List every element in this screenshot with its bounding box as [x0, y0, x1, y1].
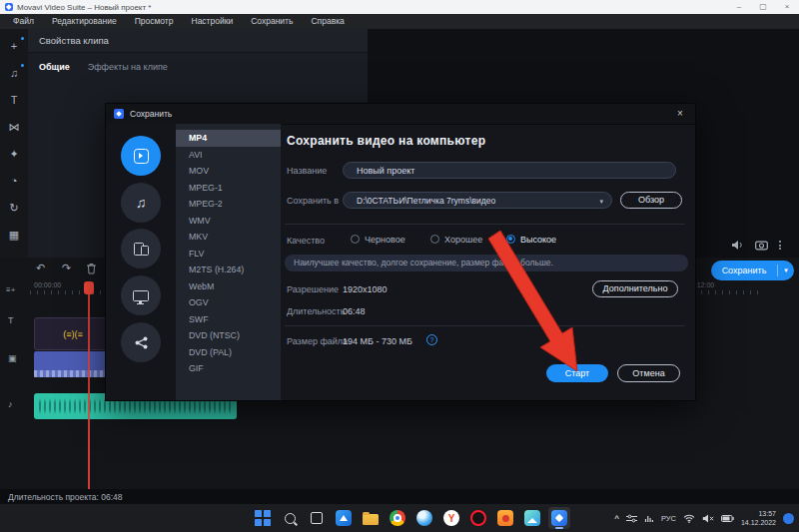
- movavi-taskbar-button[interactable]: [548, 507, 570, 529]
- audio-tool-icon[interactable]: ♫: [6, 65, 22, 81]
- destination-video-button[interactable]: [121, 136, 161, 176]
- titles-icon[interactable]: T: [6, 92, 22, 108]
- chevron-down-icon[interactable]: ▾: [599, 193, 603, 210]
- minimize-button[interactable]: –: [727, 0, 751, 14]
- format-option-mpeg1[interactable]: MPEG-1: [176, 180, 281, 197]
- format-option-webm[interactable]: WebM: [176, 278, 281, 295]
- format-option-mov[interactable]: MOV: [176, 163, 281, 180]
- export-save-button[interactable]: Сохранить ▾: [711, 261, 794, 280]
- menu-edit[interactable]: Редактирование: [43, 14, 126, 29]
- search-icon: [285, 513, 296, 524]
- start-button[interactable]: [252, 507, 274, 529]
- title-clip[interactable]: (≡)(≡: [34, 317, 112, 350]
- add-track-icon[interactable]: ≡+: [6, 285, 15, 294]
- save-to-path: D:\0СТАТЬИ\Петличка 7ryms\видео: [357, 196, 495, 206]
- opera-button[interactable]: [467, 507, 489, 529]
- format-option-wmv[interactable]: WMV: [176, 213, 281, 230]
- divider: [285, 224, 685, 225]
- resolution-value: 1920x1080: [343, 284, 388, 294]
- quality-draft-radio[interactable]: Черновое: [351, 234, 405, 245]
- rotate-icon[interactable]: ↻: [6, 200, 22, 216]
- advanced-button[interactable]: Дополнительно: [592, 280, 678, 297]
- file-size-value: 194 МБ - 730 МБ: [343, 336, 412, 346]
- help-icon[interactable]: ?: [426, 334, 437, 345]
- transitions-icon[interactable]: ⋈: [6, 119, 22, 135]
- effects-icon[interactable]: ✦: [6, 146, 22, 162]
- wifi-icon[interactable]: [683, 514, 695, 523]
- tray-date: 14.12.2022: [741, 519, 776, 526]
- chevron-down-icon[interactable]: ▾: [778, 266, 794, 274]
- photos-app-button[interactable]: [521, 507, 543, 529]
- audio-track-icon[interactable]: ♪: [8, 399, 13, 409]
- menu-settings[interactable]: Настройки: [183, 14, 243, 29]
- format-option-flv[interactable]: FLV: [176, 246, 281, 263]
- destination-tv-button[interactable]: [121, 275, 161, 315]
- format-option-dvd-ntsc[interactable]: DVD (NTSC): [176, 327, 281, 344]
- settings-sliders-icon[interactable]: [626, 514, 637, 523]
- format-option-dvd-pal[interactable]: DVD (PAL): [176, 344, 281, 361]
- notification-badge[interactable]: [783, 513, 794, 524]
- destination-audio-button[interactable]: ♫: [121, 183, 161, 223]
- chrome-button[interactable]: [387, 507, 408, 529]
- menu-save[interactable]: Сохранить: [242, 14, 302, 29]
- yandex-button[interactable]: Y: [440, 507, 462, 529]
- maximize-button[interactable]: ▢: [751, 0, 775, 14]
- format-option-avi[interactable]: AVI: [176, 147, 281, 164]
- undo-icon[interactable]: ↶: [36, 262, 45, 273]
- quality-hint: Наилучшее качество, долгое сохранение, р…: [285, 255, 688, 271]
- orange-app-icon: [497, 510, 513, 526]
- quality-good-radio[interactable]: Хорошее: [430, 234, 482, 245]
- battery-icon[interactable]: [721, 515, 734, 522]
- resolution-label: Разрешение: [287, 284, 339, 294]
- store-app-button[interactable]: [333, 507, 355, 529]
- task-view-button[interactable]: [306, 507, 328, 529]
- devices-icon: [133, 243, 149, 256]
- browser-button[interactable]: [413, 507, 435, 529]
- name-label: Название: [287, 166, 327, 176]
- menu-view[interactable]: Просмотр: [126, 14, 183, 29]
- speed-icon[interactable]: ◔: [6, 173, 22, 189]
- volume-icon[interactable]: [731, 240, 744, 251]
- cancel-button[interactable]: Отмена: [617, 364, 680, 382]
- tab-clip-effects[interactable]: Эффекты на клипе: [88, 62, 168, 72]
- dialog-close-icon[interactable]: ×: [665, 104, 695, 124]
- quality-high-radio[interactable]: Высокое: [506, 234, 556, 245]
- start-button[interactable]: Старт: [546, 364, 608, 382]
- video-clip[interactable]: [34, 351, 112, 377]
- delete-icon[interactable]: [86, 263, 97, 274]
- destination-share-button[interactable]: [121, 322, 161, 362]
- save-to-label: Сохранить в: [287, 196, 339, 206]
- format-option-mkv[interactable]: MKV: [176, 229, 281, 246]
- photos-icon: [524, 510, 540, 526]
- menu-help[interactable]: Справка: [302, 14, 353, 29]
- format-option-swf[interactable]: SWF: [176, 311, 281, 328]
- project-name-input[interactable]: Новый проект: [343, 162, 676, 179]
- search-button[interactable]: [279, 507, 301, 529]
- format-option-mpeg2[interactable]: MPEG-2: [176, 196, 281, 213]
- tray-expand-icon[interactable]: ^: [614, 514, 619, 523]
- format-option-mp4[interactable]: MP4: [176, 130, 281, 147]
- speaker-muted-icon[interactable]: [702, 514, 714, 523]
- destination-devices-button[interactable]: [121, 229, 161, 268]
- snapshot-icon[interactable]: [755, 241, 768, 251]
- save-to-dropdown[interactable]: D:\0СТАТЬИ\Петличка 7ryms\видео ▾: [343, 192, 612, 209]
- format-option-gif[interactable]: GIF: [176, 360, 281, 377]
- format-option-ogv[interactable]: OGV: [176, 294, 281, 311]
- redo-icon[interactable]: ↷: [62, 262, 71, 273]
- video-track-icon[interactable]: ▣: [8, 353, 17, 363]
- more-menu-icon[interactable]: [779, 241, 781, 250]
- title-track-icon[interactable]: T: [8, 315, 14, 325]
- browse-button[interactable]: Обзор: [620, 192, 682, 209]
- format-option-m2ts[interactable]: M2TS (H.264): [176, 262, 281, 278]
- equalizer-bars-icon[interactable]: [644, 514, 654, 523]
- orange-app-button[interactable]: [494, 507, 516, 529]
- file-explorer-button[interactable]: [360, 507, 382, 529]
- add-media-icon[interactable]: +: [6, 38, 22, 54]
- more-tools-icon[interactable]: ▦: [6, 227, 22, 243]
- menu-file[interactable]: Файл: [4, 14, 43, 29]
- language-indicator[interactable]: РУС: [661, 514, 676, 523]
- clock[interactable]: 13:57 14.12.2022: [741, 509, 776, 528]
- close-button[interactable]: ×: [775, 0, 799, 14]
- music-note-icon: ♫: [136, 195, 147, 211]
- tab-general[interactable]: Общие: [39, 62, 70, 72]
